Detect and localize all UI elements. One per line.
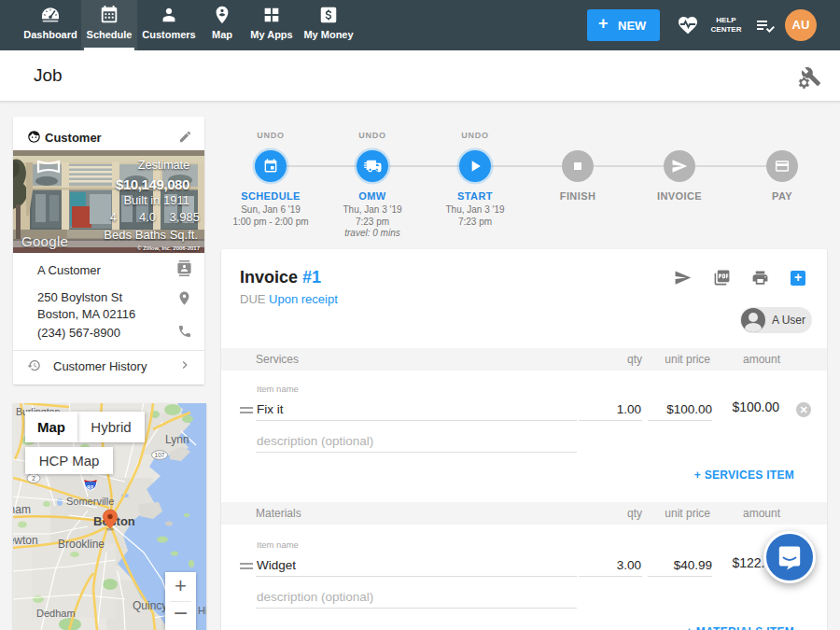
svg-text:Somerville: Somerville [66, 496, 114, 507]
svg-text:93: 93 [87, 484, 94, 491]
svg-text:Dedham: Dedham [36, 608, 76, 619]
svg-text:Hingham: Hingham [198, 605, 206, 616]
svg-text:Newton: Newton [13, 534, 38, 547]
svg-text:Quincy: Quincy [133, 599, 167, 612]
svg-text:Brookline: Brookline [58, 538, 105, 551]
svg-text:2: 2 [32, 475, 35, 482]
svg-text:107: 107 [155, 452, 165, 458]
svg-text:Lynn: Lynn [165, 433, 189, 446]
svg-text:Waltham: Waltham [13, 503, 31, 516]
